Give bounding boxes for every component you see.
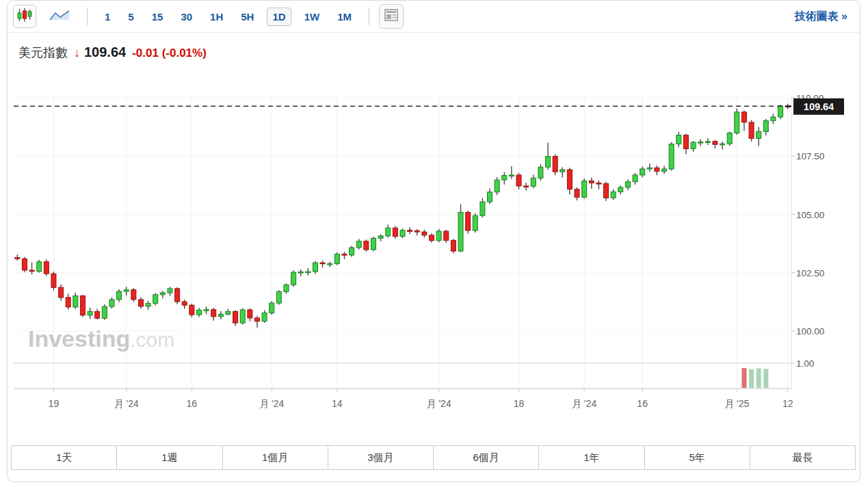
interval-1[interactable]: 1 (96, 8, 119, 26)
toolbar-divider (369, 8, 369, 25)
interval-5[interactable]: 5 (119, 8, 142, 26)
range-button-1個月[interactable]: 1個月 (223, 446, 328, 469)
range-button-1天[interactable]: 1天 (12, 446, 117, 469)
price-axis-label: 107.50 (796, 151, 824, 161)
x-axis-label: 12 (782, 398, 793, 409)
x-axis-label: 19 (49, 398, 60, 409)
interval-5H[interactable]: 5H (232, 8, 263, 26)
candlestick-icon (16, 7, 33, 26)
toolbar-divider (87, 8, 88, 25)
interval-1M[interactable]: 1M (328, 8, 360, 26)
investing-watermark: Investing.com (28, 326, 174, 352)
range-button-1週[interactable]: 1週 (117, 446, 222, 469)
line-chart-icon (49, 8, 70, 25)
line-chart-button[interactable] (47, 5, 72, 27)
range-button-1年[interactable]: 1年 (539, 446, 644, 469)
price-down-arrow-icon: ↓ (74, 46, 80, 60)
technical-chart-link[interactable]: 技術圖表 » (795, 10, 847, 24)
x-axis-label: 月 '24 (114, 398, 139, 409)
x-axis-label: 16 (187, 398, 198, 409)
x-axis-label: 月 '25 (724, 398, 749, 409)
date-range-selector: 1天1週1個月3個月6個月1年5年最長 (11, 445, 856, 470)
symbol-name: 美元指數 (18, 44, 68, 61)
candles (15, 104, 790, 328)
interval-15[interactable]: 15 (143, 8, 172, 26)
volume-axis-label: 1.00 (796, 358, 814, 369)
price-change: -0.01 (-0.01%) (132, 47, 207, 60)
x-axis-label: 月 '24 (427, 398, 451, 409)
interval-selector: 1515301H5H1D1W1M (96, 8, 360, 26)
interval-1H[interactable]: 1H (201, 8, 232, 26)
last-price: 109.64 (84, 44, 126, 60)
x-axis-label: 18 (514, 398, 525, 409)
quote-header: 美元指數 ↓ 109.64 -0.01 (-0.01%) (8, 33, 860, 61)
interval-1W[interactable]: 1W (295, 8, 329, 26)
x-axis: 19月 '2416月 '2414月 '2418月 '2416月 '2512 (49, 94, 793, 409)
last-price-tag: 109.64 (793, 98, 844, 115)
newspaper-icon (384, 8, 398, 25)
x-axis-label: 月 '24 (259, 398, 284, 409)
price-chart[interactable]: 110.00107.50105.00102.50100.001.0019月 '2… (8, 77, 860, 423)
volume-bars (741, 368, 768, 388)
candlestick-chart-button[interactable] (13, 5, 36, 28)
range-button-最長[interactable]: 最長 (750, 446, 855, 469)
chart-toolbar: 1515301H5H1D1W1M 技術圖表 » (8, 1, 860, 33)
x-axis-label: 月 '24 (572, 398, 596, 409)
price-axis-label: 100.00 (796, 326, 824, 337)
range-button-5年[interactable]: 5年 (645, 446, 750, 469)
price-axis-label: 105.00 (796, 210, 824, 220)
interval-30[interactable]: 30 (172, 8, 201, 26)
price-axis-label: 102.50 (796, 268, 824, 278)
x-axis-label: 14 (332, 398, 343, 409)
x-axis-label: 16 (637, 398, 648, 409)
interval-1D[interactable]: 1D (267, 8, 291, 26)
range-button-6個月[interactable]: 6個月 (434, 446, 539, 469)
news-view-button[interactable] (379, 4, 404, 29)
chart-widget-card: 1515301H5H1D1W1M 技術圖表 » 美元指數 ↓ 109.64 -0… (7, 0, 860, 482)
svg-text:109.64: 109.64 (804, 101, 834, 112)
range-button-3個月[interactable]: 3個月 (328, 446, 434, 469)
